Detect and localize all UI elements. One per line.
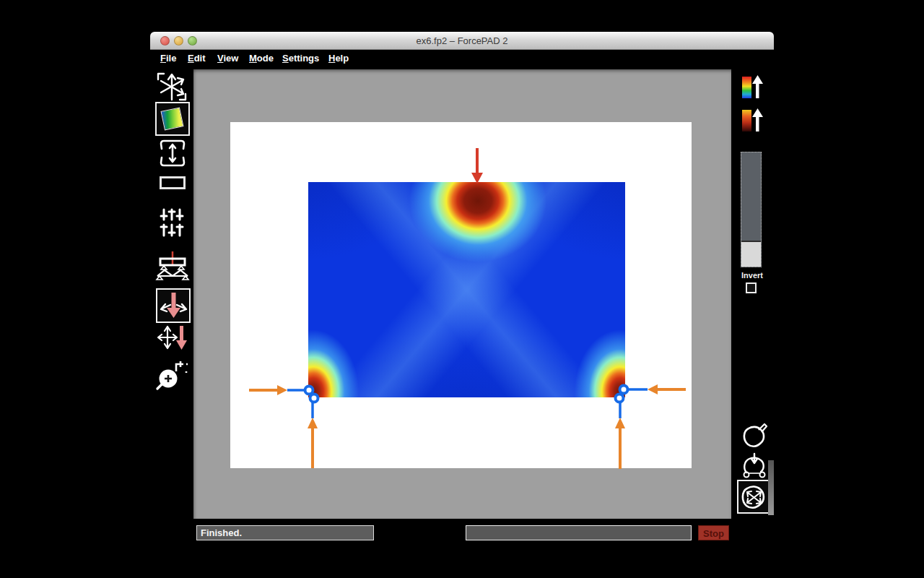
draw-blob-icon xyxy=(741,422,768,449)
drawing-canvas[interactable] xyxy=(193,69,731,519)
status-message: Finished. xyxy=(196,525,374,540)
menu-settings[interactable]: Settings xyxy=(282,50,319,68)
blob-load-supports-icon xyxy=(741,452,768,481)
blob-forces-icon xyxy=(738,481,770,512)
screen: ex6.fp2 – ForcePAD 2 File Edit View Mode… xyxy=(0,0,924,578)
sliders-icon xyxy=(160,208,184,237)
blob-forces-tool[interactable] xyxy=(737,480,771,514)
invert-label: Invert xyxy=(733,271,771,280)
rectangle-tool[interactable] xyxy=(160,176,186,189)
menu-file[interactable]: File xyxy=(160,50,176,68)
colormap-red-icon xyxy=(741,107,765,134)
colormap-red-tool[interactable] xyxy=(741,107,765,134)
colormap-rainbow-icon xyxy=(741,74,765,101)
window-title: ex6.fp2 – ForcePAD 2 xyxy=(150,32,774,50)
displacement-icon xyxy=(157,139,188,168)
pan-arrows-tool[interactable] xyxy=(154,71,189,103)
blob-load-supports-tool[interactable] xyxy=(741,452,768,481)
menu-view[interactable]: View xyxy=(217,50,238,68)
menu-edit[interactable]: Edit xyxy=(188,50,206,68)
colormap-level-slider[interactable] xyxy=(741,152,762,267)
slider-handle[interactable] xyxy=(741,241,761,267)
progress-bar xyxy=(466,525,692,540)
draw-blob-tool[interactable] xyxy=(741,422,768,449)
stop-button[interactable]: Stop xyxy=(698,525,729,540)
window-resize-strip[interactable] xyxy=(768,460,774,515)
zoom-region-tool[interactable] xyxy=(154,360,189,392)
displacement-tool[interactable] xyxy=(157,139,188,168)
stress-field-plot xyxy=(308,182,625,397)
force-direction-icon xyxy=(157,290,189,322)
colormap-tile-icon xyxy=(160,107,183,130)
structure-load-icon xyxy=(154,250,191,280)
structure-load-tool[interactable] xyxy=(154,250,191,280)
menu-mode[interactable]: Mode xyxy=(249,50,274,68)
invert-checkbox[interactable] xyxy=(746,282,757,293)
sliders-tool[interactable] xyxy=(160,208,184,237)
menu-bar: File Edit View Mode Settings Help xyxy=(150,50,774,68)
colormap-rainbow-tool[interactable] xyxy=(741,74,765,101)
menu-help[interactable]: Help xyxy=(328,50,349,68)
zoom-region-icon xyxy=(154,360,189,392)
move-force-icon xyxy=(157,324,189,351)
window-titlebar[interactable]: ex6.fp2 – ForcePAD 2 xyxy=(150,32,774,50)
pan-arrows-icon xyxy=(154,71,189,103)
force-direction-tool[interactable] xyxy=(156,288,191,323)
move-force-tool[interactable] xyxy=(157,324,189,351)
rectangle-icon xyxy=(160,176,186,189)
stress-colormap-tool[interactable] xyxy=(155,102,190,136)
model-page[interactable] xyxy=(230,122,692,468)
